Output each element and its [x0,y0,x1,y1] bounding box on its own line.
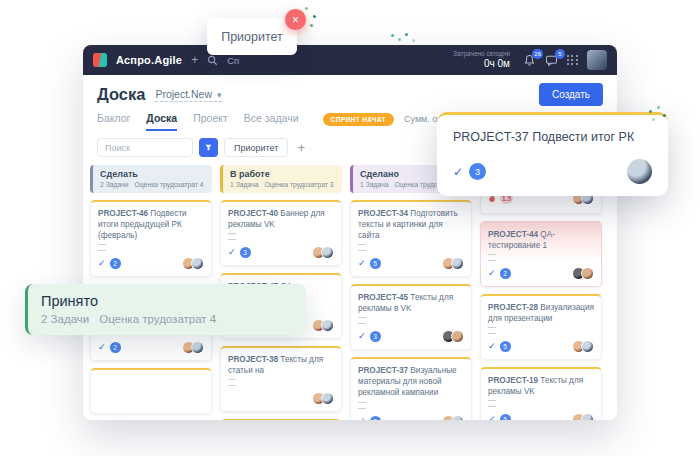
description-icon [488,254,496,261]
messages-button[interactable]: 5 [545,54,558,67]
search-input[interactable] [97,138,193,157]
tab-item[interactable]: Баклог [97,112,130,131]
task-id: PROJECT-28 [488,303,538,312]
tab-item[interactable]: Доска [146,112,177,131]
task-id: PROJECT-45 [358,293,408,302]
task-card[interactable]: PROJECT-34 Подготовить тексты и картинки… [350,200,472,277]
accepted-title: Принято [41,293,292,309]
check-icon: ✓ [98,259,106,268]
user-avatar[interactable] [587,50,607,70]
tab-item[interactable]: Проект [193,112,228,131]
project-selector[interactable]: Project.New ▾ [155,88,221,102]
estimate-badge: 2 [110,342,121,353]
task-title: PROJECT-38 Тексты для статьи на [228,354,334,376]
close-icon[interactable]: × [285,9,306,30]
task-title: PROJECT-45 Тексты для рекламы в VK [358,292,464,314]
screenshot-stage: Аспро.Agile + Сп Затрачено сегодня 0ч 0м… [0,0,700,456]
check-icon: ✓ [488,342,496,351]
top-navigation-bar: Аспро.Agile + Сп Затрачено сегодня 0ч 0м… [83,45,617,75]
add-filter-button[interactable]: + [294,140,308,155]
avatar [321,246,334,259]
estimate-badge: 3 [370,331,381,342]
task-card-footer [228,392,334,405]
notifications-button[interactable]: 26 [523,54,536,67]
filter-button[interactable] [199,138,218,157]
board-column: Сделано1 ЗадачаОценка трудозатратPROJECT… [350,165,472,420]
estimate-badge: 2 [110,258,121,269]
column-name: Сделать [100,169,205,179]
task-card-footer: ✓3 [358,415,464,421]
search-icon[interactable] [207,55,218,66]
description-icon [228,233,236,240]
task-card[interactable] [90,368,212,414]
sprint-status-badge: СПРИНТ НАЧАТ [323,113,394,126]
accepted-column-panel: Принято 2 Задачи Оценка трудозатрат 4 [25,284,306,335]
task-card-footer: ✓3 [358,330,464,343]
avatar [321,319,334,332]
task-card[interactable]: PROJECT-40 Баннер для рекламы VK✓3 [220,200,342,266]
estimate-badge: 3 [240,247,251,258]
avatar [627,159,652,184]
column-header: В работе1 ЗадачаОценка трудозатрат 3 [220,165,342,193]
task-card[interactable]: PROJECT-19 Тексты для рекламы VK✓5 [480,367,602,420]
task-card[interactable]: PROJECT-46 Подвести итоги предыдущей РК … [90,200,212,277]
apps-grid-icon[interactable] [567,55,578,66]
avatar [191,257,204,270]
column-estimate-label: Оценка трудозатрат 3 [264,181,333,188]
task-id: PROJECT-37 [358,366,408,375]
description-icon [358,402,366,409]
task-card-footer: ✓3 [228,246,334,259]
avatar [321,392,334,405]
estimate-badge: 3 [469,163,486,180]
task-card[interactable]: PROJECT-38 Тексты для статьи на [220,346,342,412]
task-title: PROJECT-28 Визуализация для презентации [488,302,594,324]
create-button[interactable]: Создать [539,83,603,106]
description-icon [358,317,366,324]
page-title: Доска [97,85,145,104]
tab-item[interactable]: Все задачи [244,112,299,131]
sparkle-decoration [646,106,649,109]
task-title: PROJECT-34 Подготовить тексты и картинки… [358,208,464,241]
column-meta: 2 ЗадачиОценка трудозатрат 4 [100,181,205,188]
priority-filter-chip[interactable]: Приоритет [224,138,288,157]
estimate-badge: 5 [500,341,511,352]
board-column: 1.5PROJECT-44 QA-тестирование 1✓2PROJECT… [480,165,602,420]
add-icon[interactable]: + [191,54,198,66]
column-estimate-label: Оценка трудозатрат 4 [135,181,204,188]
description-icon [488,400,496,407]
task-card[interactable]: PROJECT-37 Визуальные материалы для ново… [350,357,472,420]
column-tasks-count: 2 Задачи [100,181,129,188]
task-detail-popup[interactable]: PROJECT-37 Подвести итог РК ✓ 3 [437,112,668,196]
task-id: PROJECT-44 [488,230,538,239]
task-id: PROJECT-34 [358,209,408,218]
task-card[interactable]: PROJECT-44 QA-тестирование 1✓2 [480,221,602,287]
task-id: PROJECT-46 [98,209,148,218]
popup-task-title: PROJECT-37 Подвести итог РК [453,130,652,144]
avatar [581,413,594,420]
notifications-count-badge: 26 [532,49,543,59]
task-card[interactable]: теории✓3 [220,419,342,420]
avatar [451,257,464,270]
check-icon: ✓ [98,343,106,352]
time-tracker: Затрачено сегодня 0ч 0м [453,50,510,69]
column-header: Сделать2 ЗадачиОценка трудозатрат 4 [90,165,212,193]
topbar-menu-partial[interactable]: Сп [227,55,239,66]
task-card[interactable]: PROJECT-28 Визуализация для презентации✓… [480,294,602,360]
avatar [451,330,464,343]
avatar [451,415,464,421]
description-icon [228,379,236,386]
time-tracker-value: 0ч 0м [453,58,510,70]
column-tasks-count: 1 Задача [360,181,388,188]
check-icon: ✓ [488,415,496,420]
task-title: PROJECT-40 Баннер для рекламы VK [228,208,334,230]
task-card-footer: ✓2 [98,257,204,270]
task-id: PROJECT-19 [488,376,538,385]
task-card-footer: ✓2 [488,267,594,280]
estimate-badge: 2 [500,268,511,279]
task-card[interactable]: PROJECT-45 Тексты для рекламы в VK✓3 [350,284,472,350]
estimate-badge: 5 [500,414,511,420]
board-header: Доска Project.New ▾ Создать [83,75,617,109]
description-icon [98,244,106,251]
description-icon [488,327,496,334]
funnel-icon [205,143,212,152]
